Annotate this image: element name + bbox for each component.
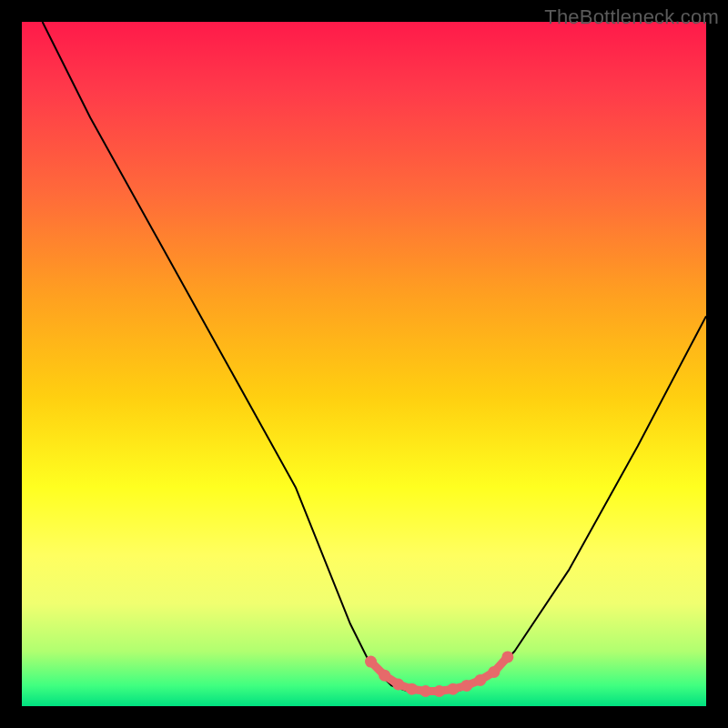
highlight-point xyxy=(420,685,431,697)
highlight-point xyxy=(433,685,445,697)
curve-layer xyxy=(43,22,706,693)
watermark-text: TheBottleneck.com xyxy=(544,5,719,29)
highlight-point xyxy=(460,680,472,692)
highlight-point xyxy=(501,651,513,662)
chart-svg xyxy=(0,0,728,728)
highlight-point xyxy=(474,674,486,686)
bottleneck-curve xyxy=(43,22,706,693)
highlight-point xyxy=(406,683,418,695)
highlight-point xyxy=(392,678,404,690)
highlight-point xyxy=(488,666,500,678)
highlight-point xyxy=(447,683,459,695)
chart-container: TheBottleneck.com xyxy=(0,0,728,728)
highlight-point xyxy=(365,656,377,668)
highlight-point xyxy=(379,670,390,682)
marker-layer xyxy=(365,651,513,697)
